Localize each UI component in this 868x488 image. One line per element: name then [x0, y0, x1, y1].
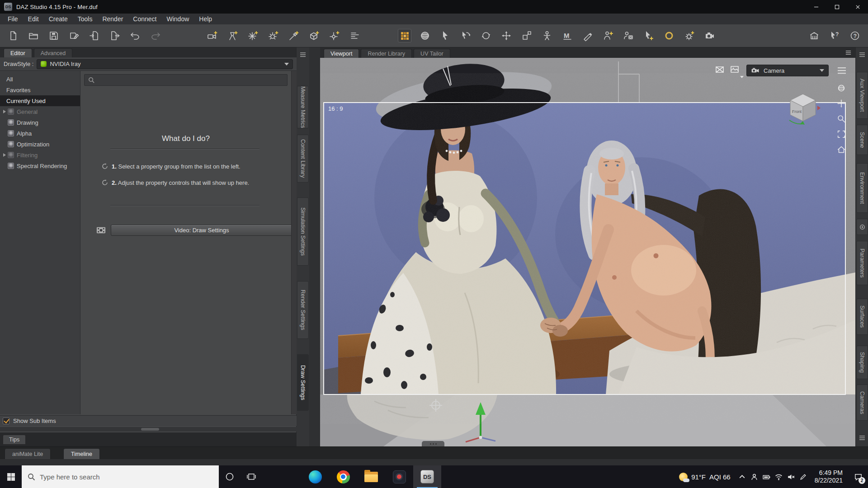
- maximize-button[interactable]: [826, 0, 847, 14]
- search-input[interactable]: [40, 473, 212, 481]
- tab-advanced[interactable]: Advanced: [34, 48, 73, 57]
- minimize-button[interactable]: [806, 0, 826, 14]
- zoom-view-icon[interactable]: [835, 113, 847, 125]
- node-selection-tool-icon[interactable]: [439, 29, 452, 42]
- menu-window[interactable]: Window: [161, 14, 194, 24]
- close-button[interactable]: [847, 0, 868, 14]
- frame-view-icon[interactable]: [835, 128, 847, 140]
- pane-options-icon[interactable]: [845, 49, 852, 56]
- new-file-icon[interactable]: [6, 29, 20, 42]
- tab-render-settings[interactable]: Render Settings: [297, 281, 309, 339]
- start-button[interactable]: [0, 465, 22, 488]
- horizontal-scrollbar[interactable]: [0, 427, 297, 432]
- menu-help[interactable]: Help: [194, 14, 217, 24]
- 3d-scene[interactable]: 16 : 9: [320, 58, 855, 446]
- portrait-camera-icon[interactable]: [622, 29, 635, 42]
- create-magic-wand-icon[interactable]: [287, 29, 301, 42]
- rotate-tool-icon[interactable]: [479, 29, 493, 42]
- camera-selector[interactable]: Camera: [746, 65, 829, 76]
- task-view-button[interactable]: [241, 465, 262, 488]
- pane-options-icon[interactable]: [859, 434, 866, 441]
- list-item-currently-used[interactable]: Currently Used: [0, 95, 80, 106]
- windows-ink-pen-icon[interactable]: [797, 465, 809, 488]
- tree-item-alpha[interactable]: Alpha: [0, 128, 80, 139]
- create-spotlight-icon[interactable]: [226, 29, 240, 42]
- taskbar-search[interactable]: [22, 465, 219, 488]
- panel-icon-tab[interactable]: [856, 219, 868, 235]
- export-file-icon[interactable]: [108, 29, 122, 42]
- tab-animate-lite[interactable]: aniMate Lite: [5, 448, 51, 460]
- view-orientation-cube[interactable]: Front: [785, 90, 821, 127]
- daz-shop-icon[interactable]: [807, 29, 821, 42]
- menu-render[interactable]: Render: [97, 14, 128, 24]
- settings-gear-icon[interactable]: [683, 29, 696, 42]
- surface-brush-icon[interactable]: [581, 29, 594, 42]
- redo-icon[interactable]: [149, 29, 162, 42]
- tab-surfaces[interactable]: Surfaces: [856, 299, 868, 335]
- render-camera-icon[interactable]: [703, 29, 717, 42]
- context-help-icon[interactable]: ?: [828, 29, 841, 42]
- home-view-icon[interactable]: [835, 144, 847, 155]
- property-search-field[interactable]: [84, 74, 288, 86]
- create-primitive-icon[interactable]: [307, 29, 321, 42]
- translate-tool-icon[interactable]: [500, 29, 513, 42]
- tab-uv-tailor[interactable]: UV Tailor: [414, 49, 450, 58]
- tab-editor[interactable]: Editor: [4, 48, 32, 57]
- viewport-canvas[interactable]: 16 : 9 Camera Front: [320, 58, 855, 446]
- menu-edit[interactable]: Edit: [23, 14, 44, 24]
- create-point-light-icon[interactable]: [246, 29, 260, 42]
- scale-tool-icon[interactable]: [520, 29, 533, 42]
- tree-item-filtering[interactable]: Filtering: [0, 150, 80, 160]
- expand-arrow-icon[interactable]: [2, 152, 7, 158]
- tab-content-library[interactable]: Content Library: [297, 135, 309, 183]
- create-null-icon[interactable]: [328, 29, 341, 42]
- viewport-options-icon[interactable]: [836, 65, 847, 76]
- pane-options-icon[interactable]: [299, 51, 307, 58]
- show-sub-items-checkbox[interactable]: [3, 418, 9, 424]
- tab-cameras[interactable]: Cameras: [856, 385, 868, 421]
- viewport-grid-icon[interactable]: [398, 29, 411, 42]
- tab-scene[interactable]: Scene: [856, 125, 868, 155]
- orbit-view-icon[interactable]: [835, 82, 847, 94]
- create-distant-light-icon[interactable]: [267, 29, 280, 42]
- volume-muted-icon[interactable]: [785, 465, 797, 488]
- import-file-icon[interactable]: [88, 29, 101, 42]
- wifi-icon[interactable]: [773, 465, 785, 488]
- tree-item-general[interactable]: General: [0, 106, 80, 117]
- pose-tool-icon[interactable]: [540, 29, 554, 42]
- pane-options-icon[interactable]: [859, 51, 866, 58]
- splitter-handle[interactable]: [422, 441, 444, 446]
- drawstyle-dropdown[interactable]: NVIDIA Iray: [37, 59, 293, 69]
- action-center-button[interactable]: 2: [848, 465, 868, 488]
- save-as-icon[interactable]: [67, 29, 81, 42]
- video-draw-settings-button[interactable]: Video: Draw Settings: [111, 225, 292, 236]
- gold-ring-icon[interactable]: [662, 29, 676, 42]
- menu-connect[interactable]: Connect: [128, 14, 161, 24]
- add-figure-icon[interactable]: [601, 29, 615, 42]
- scrollbar-thumb[interactable]: [141, 428, 159, 431]
- tab-environment[interactable]: Environment: [856, 163, 868, 213]
- aspect-frame-icon[interactable]: [714, 64, 725, 75]
- file-explorer-app-icon[interactable]: [357, 465, 385, 488]
- tab-aux-viewport[interactable]: Aux Viewport: [856, 72, 868, 119]
- tree-item-spectral-rendering[interactable]: Spectral Rendering: [0, 160, 80, 171]
- tab-render-library[interactable]: Render Library: [361, 49, 412, 58]
- title-bar[interactable]: DS DAZ Studio 4.15 Pro - Mer.duf: [0, 0, 868, 14]
- create-camera-icon[interactable]: [206, 29, 219, 42]
- taskbar-clock[interactable]: 6:49 PM 8/22/2021: [809, 469, 848, 484]
- menu-create[interactable]: Create: [44, 14, 73, 24]
- menu-tools[interactable]: Tools: [73, 14, 98, 24]
- geometry-editor-icon[interactable]: [642, 29, 656, 42]
- tab-parameters[interactable]: Parameters: [856, 241, 868, 285]
- daz-studio-app-icon[interactable]: DS: [413, 465, 441, 488]
- tab-viewport[interactable]: Viewport: [324, 49, 359, 58]
- align-tool-icon[interactable]: [348, 29, 362, 42]
- pan-view-icon[interactable]: [835, 98, 847, 109]
- open-file-icon[interactable]: [27, 29, 40, 42]
- tab-simulation-settings[interactable]: Simulation Settings: [297, 197, 309, 266]
- tips-button[interactable]: Tips: [3, 435, 26, 445]
- vertical-scrollbar[interactable]: [291, 71, 297, 414]
- list-item-all[interactable]: All: [0, 74, 80, 84]
- tree-item-drawing[interactable]: Drawing: [0, 117, 80, 128]
- rotate-cursor-tool-icon[interactable]: [459, 29, 472, 42]
